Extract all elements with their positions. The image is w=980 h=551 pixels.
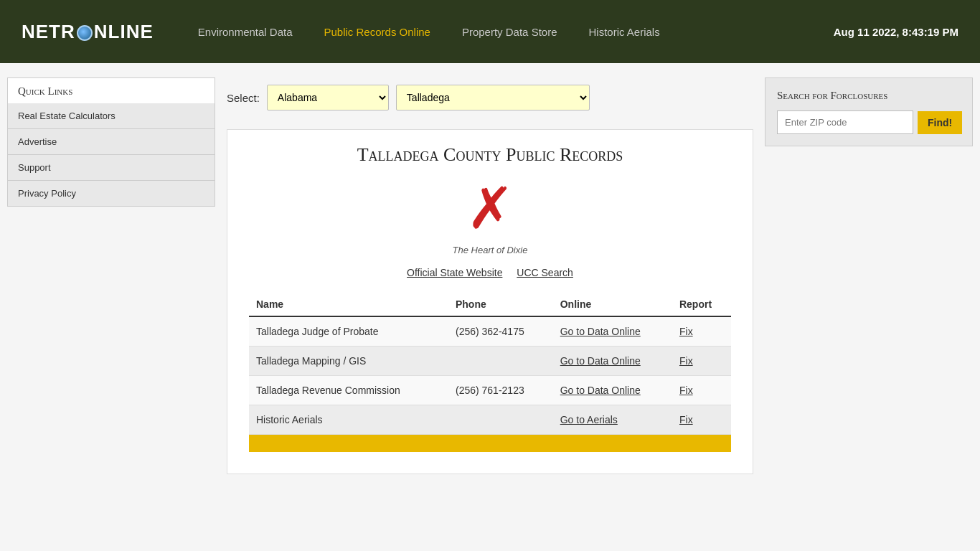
nav-public-records[interactable]: Public Records Online [308,26,446,38]
sidebar-link-advertise[interactable]: Advertise [7,129,215,155]
cell-report: Fix [672,405,731,435]
logo-text: NETRNLINE [22,21,154,43]
official-state-link[interactable]: Official State Website [407,267,502,278]
foreclosure-input-row: Find! [777,110,961,134]
online-link[interactable]: Go to Data Online [560,326,641,337]
nav-property-data[interactable]: Property Data Store [446,26,573,38]
main-container: Quick Links Real Estate Calculators Adve… [0,63,980,500]
state-motto: The Heart of Dixie [249,245,731,255]
county-select[interactable]: Talladega Jefferson Mobile [396,85,590,110]
state-icon: ✗ [466,180,514,237]
cell-name: Talladega Revenue Commission [249,376,448,405]
right-sidebar: Search for Forclosures Find! [765,77,973,486]
zip-input[interactable] [777,110,913,134]
records-tbody: Talladega Judge of Probate(256) 362-4175… [249,316,731,435]
foreclosure-box: Search for Forclosures Find! [765,77,973,146]
cell-report: Fix [672,347,731,376]
sidebar-link-privacy[interactable]: Privacy Policy [7,181,215,207]
select-label: Select: [227,92,260,104]
cell-name: Historic Aerials [249,405,448,435]
quick-links-title: Quick Links [7,77,215,103]
cell-phone: (256) 761-2123 [448,376,553,405]
foreclosure-title: Search for Forclosures [777,90,961,102]
col-name: Name [249,293,448,316]
ucc-search-link[interactable]: UCC Search [517,267,573,278]
sidebar: Quick Links Real Estate Calculators Adve… [7,77,215,486]
state-select[interactable]: Alabama Alaska Arizona [267,85,389,110]
cell-online: Go to Data Online [553,316,672,347]
table-row: Talladega Mapping / GISGo to Data Online… [249,347,731,376]
online-link[interactable]: Go to Aerials [560,414,618,425]
cell-report: Fix [672,376,731,405]
report-link[interactable]: Fix [679,414,693,425]
sidebar-link-real-estate[interactable]: Real Estate Calculators [7,103,215,129]
records-table: Name Phone Online Report Talladega Judge… [249,293,731,435]
cell-online: Go to Aerials [553,405,672,435]
col-phone: Phone [448,293,553,316]
header: NETRNLINE Environmental Data Public Reco… [0,0,980,63]
find-button[interactable]: Find! [918,111,962,134]
county-panel: Talladega County Public Records ✗ The He… [227,129,753,474]
online-link[interactable]: Go to Data Online [560,355,641,367]
report-link[interactable]: Fix [679,326,693,337]
state-links: Official State Website UCC Search [249,267,731,278]
cell-report: Fix [672,316,731,347]
cell-name: Talladega Mapping / GIS [249,347,448,376]
yellow-bar [249,435,731,452]
county-title: Talladega County Public Records [249,144,731,166]
report-link[interactable]: Fix [679,355,693,367]
cell-online: Go to Data Online [553,347,672,376]
cell-phone [448,405,553,435]
col-online: Online [553,293,672,316]
online-link[interactable]: Go to Data Online [560,385,641,396]
globe-icon [77,25,93,41]
cell-name: Talladega Judge of Probate [249,316,448,347]
table-row: Historic AerialsGo to AerialsFix [249,405,731,435]
nav-environmental-data[interactable]: Environmental Data [182,26,308,38]
cell-phone: (256) 362-4175 [448,316,553,347]
logo-area: NETRNLINE [22,21,154,43]
state-icon-area: ✗ [249,180,731,237]
table-row: Talladega Judge of Probate(256) 362-4175… [249,316,731,347]
table-row: Talladega Revenue Commission(256) 761-21… [249,376,731,405]
nav-historic-aerials[interactable]: Historic Aerials [573,26,675,38]
content-area: Select: Alabama Alaska Arizona Talladega… [227,77,753,486]
main-nav: Environmental Data Public Records Online… [182,26,834,38]
report-link[interactable]: Fix [679,385,693,396]
cell-online: Go to Data Online [553,376,672,405]
cell-phone [448,347,553,376]
sidebar-link-support[interactable]: Support [7,155,215,181]
header-datetime: Aug 11 2022, 8:43:19 PM [834,26,958,38]
select-bar: Select: Alabama Alaska Arizona Talladega… [227,77,753,118]
col-report: Report [672,293,731,316]
